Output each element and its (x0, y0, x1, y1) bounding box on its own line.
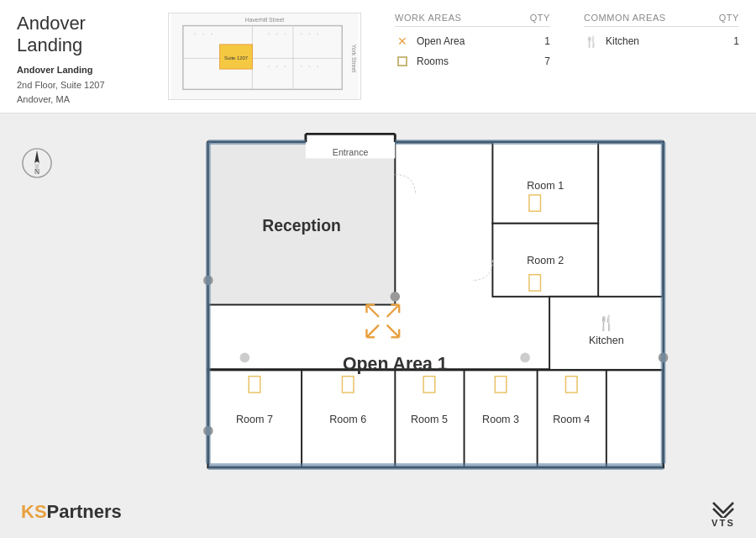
common-areas-section: Common Areas QTY 🍴 Kitchen 1 (584, 13, 739, 100)
mini-map: Haverhill Street York Street Suite 1207 (168, 13, 361, 100)
svg-point-17 (317, 33, 318, 34)
vts-logo: VTS (711, 501, 735, 528)
property-floor: 2nd Floor, Suite 1207 (17, 78, 151, 93)
reception-label: Reception (262, 216, 340, 235)
svg-text:N: N (34, 167, 39, 176)
svg-rect-63 (208, 140, 306, 145)
work-areas-title: Work Areas (395, 13, 461, 23)
rooms-icon (395, 54, 410, 69)
room7-label: Room 7 (236, 414, 273, 425)
svg-text:Haverhill Street: Haverhill Street (245, 17, 285, 23)
main-floor-plan-area: N Reception Entrance Room 1 (0, 113, 756, 538)
svg-point-13 (276, 33, 278, 34)
open-area-icon: ✕ (395, 34, 410, 49)
top-panel: Andover Landing Andover Landing 2nd Floo… (0, 0, 756, 113)
svg-rect-39 (549, 297, 663, 370)
rooms-qty: 7 (544, 55, 550, 67)
svg-point-18 (268, 66, 270, 67)
room2-label: Room 2 (527, 255, 564, 266)
property-subtitle: Andover Landing (17, 63, 151, 78)
svg-point-19 (276, 66, 278, 67)
ks-text: KS (21, 501, 47, 522)
property-info: Andover Landing Andover Landing 2nd Floo… (17, 13, 151, 100)
work-areas-qty-label: QTY (530, 13, 550, 23)
svg-text:Suite 1207: Suite 1207 (224, 55, 248, 61)
property-title: Andover Landing (17, 13, 151, 56)
kitchen-area-label: Kitchen (589, 335, 624, 346)
vts-text: VTS (711, 518, 735, 528)
svg-point-20 (284, 66, 286, 67)
kitchen-qty: 1 (733, 35, 739, 47)
rooms-label: Rooms (417, 55, 449, 67)
kitchen-area-icon: 🍴 (597, 314, 616, 332)
open-area-dot-left (240, 353, 250, 363)
entrance-label: Entrance (333, 147, 369, 157)
kitchen-item: 🍴 Kitchen 1 (584, 34, 739, 49)
compass: N (21, 147, 53, 179)
kitchen-icon: 🍴 (584, 34, 599, 49)
svg-rect-62 (208, 463, 664, 470)
svg-point-22 (308, 66, 310, 67)
room4-label: Room 4 (553, 414, 590, 425)
svg-point-23 (317, 66, 318, 67)
common-areas-title: Common Areas (584, 13, 666, 23)
common-areas-header: Common Areas QTY (584, 13, 739, 27)
svg-point-14 (284, 33, 286, 34)
svg-marker-25 (34, 150, 39, 163)
room1-label: Room 1 (527, 180, 564, 192)
svg-rect-65 (206, 142, 211, 463)
svg-point-21 (301, 66, 302, 67)
room5-label: Room 5 (411, 414, 448, 425)
room6-label: Room 6 (329, 414, 366, 425)
kitchen-label: Kitchen (606, 35, 639, 47)
open-area-label: Open Area (417, 35, 465, 47)
svg-rect-66 (661, 142, 666, 463)
svg-point-10 (202, 33, 204, 34)
door-dot-mid (391, 292, 401, 302)
property-location: Andover, MA (17, 92, 151, 108)
floor-plan: Reception Entrance Room 1 Room 2 Kitchen… (67, 118, 739, 492)
open-area-item: ✕ Open Area 1 (395, 34, 550, 49)
work-areas-header: Work Areas QTY (395, 13, 550, 27)
ks-partners-logo: KSPartners (21, 501, 122, 523)
common-areas-qty-label: QTY (719, 13, 739, 23)
svg-text:York Street: York Street (351, 45, 357, 72)
open-area-dot-right (520, 353, 530, 363)
svg-rect-64 (395, 140, 663, 145)
svg-point-16 (308, 33, 310, 34)
partners-text: Partners (47, 501, 122, 522)
room3-label: Room 3 (482, 414, 519, 425)
svg-point-15 (301, 33, 302, 34)
work-areas-section: Work Areas QTY ✕ Open Area 1 Rooms 7 (395, 13, 550, 100)
svg-point-11 (211, 33, 213, 34)
rooms-item: Rooms 7 (395, 54, 550, 69)
open-area-qty: 1 (544, 35, 550, 47)
vts-chevron-icon (711, 501, 735, 518)
area-legend: Work Areas QTY ✕ Open Area 1 Rooms 7 (378, 13, 739, 100)
svg-point-12 (268, 33, 270, 34)
svg-point-9 (194, 33, 196, 34)
